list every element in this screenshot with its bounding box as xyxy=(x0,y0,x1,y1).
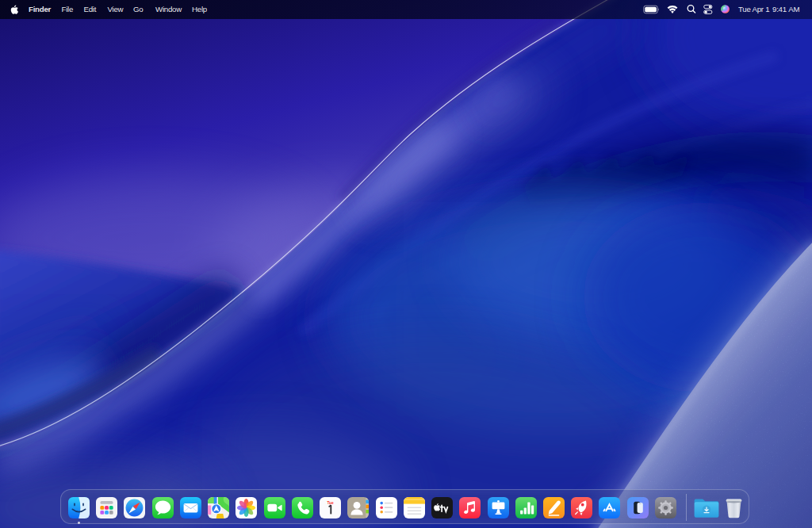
svg-text:Tue: Tue xyxy=(327,501,334,505)
